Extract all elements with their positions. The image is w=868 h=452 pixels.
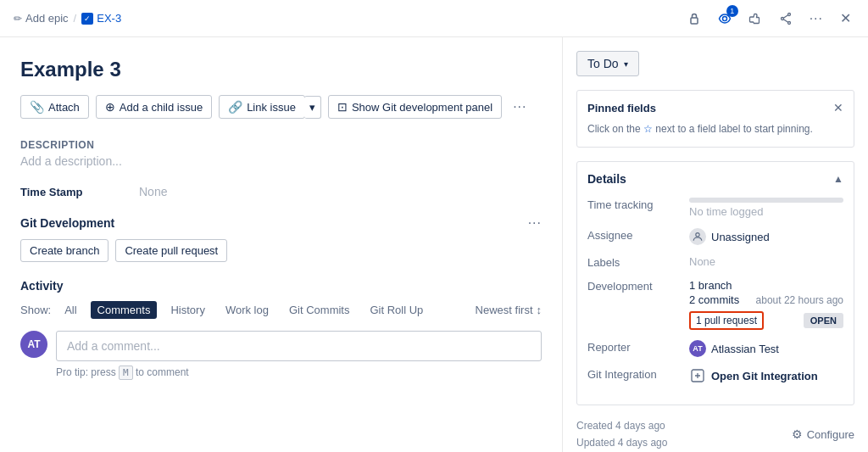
comment-input[interactable]: Add a comment... [56, 331, 542, 361]
user-icon [692, 231, 704, 243]
svg-point-2 [787, 13, 790, 15]
pull-request-open-button[interactable]: OPEN [804, 313, 843, 328]
pin-icon: ☆ [643, 123, 653, 135]
create-pull-request-button[interactable]: Create pull request [115, 239, 227, 262]
labels-value[interactable]: None [689, 255, 843, 268]
breadcrumb-epic[interactable]: ✏ Add epic [14, 12, 69, 25]
pro-tip-text: Pro tip: press [56, 366, 116, 378]
thumbsup-button[interactable] [745, 8, 765, 29]
dev-time: about 22 hours ago [756, 294, 843, 306]
labels-label: Labels [587, 255, 689, 269]
gear-icon: ⚙ [792, 427, 803, 441]
updated-date: Updated 4 days ago [576, 434, 667, 451]
issue-type-icon [81, 13, 93, 25]
child-issue-icon: ⊕ [105, 100, 115, 114]
breadcrumb-separator: / [74, 12, 77, 25]
svg-line-5 [783, 14, 787, 18]
create-branch-button[interactable]: Create branch [20, 239, 108, 262]
time-tracking-label: Time tracking [587, 198, 689, 211]
filter-git-commits[interactable]: Git Commits [282, 301, 357, 319]
details-collapse-button[interactable]: ▲ [833, 173, 843, 185]
pro-tip: Pro tip: press M to comment [56, 366, 542, 378]
watch-count-badge: 1 [726, 5, 738, 17]
svg-rect-0 [691, 18, 698, 24]
svg-point-7 [696, 233, 699, 237]
watch-button[interactable]: 1 [715, 8, 735, 29]
right-footer: Created 4 days ago Updated 4 days ago ⚙ … [576, 417, 854, 452]
toolbar-dropdown-button[interactable]: ▾ [304, 96, 321, 119]
dev-commits-row: 2 commits about 22 hours ago [689, 293, 843, 306]
lock-icon [687, 12, 701, 25]
breadcrumb-issue-id[interactable]: EX-3 [81, 12, 121, 25]
show-label: Show: [20, 304, 51, 316]
share-button[interactable] [776, 8, 796, 29]
git-actions: Create branch Create pull request [20, 239, 542, 262]
attach-button[interactable]: 📎 Attach [20, 95, 89, 119]
link-issue-button[interactable]: 🔗 Link issue [219, 95, 305, 119]
svg-point-4 [781, 17, 783, 20]
dev-branch[interactable]: 1 branch [689, 279, 843, 292]
svg-point-1 [722, 16, 726, 20]
pinned-fields-title: Pinned fields [587, 102, 656, 114]
git-panel-label: Show Git development panel [352, 101, 492, 114]
child-issue-label: Add a child issue [120, 101, 203, 114]
ellipsis-icon: ··· [810, 11, 823, 26]
reporter-avatar: AT [689, 340, 706, 357]
activity-section: Activity Show: All Comments History Work… [20, 279, 542, 378]
show-git-panel-button[interactable]: ⊡ Show Git development panel [328, 95, 502, 119]
pull-request-badge[interactable]: 1 pull request [689, 311, 764, 330]
filter-worklog[interactable]: Work log [219, 301, 275, 319]
pencil-icon: ✏ [14, 13, 22, 25]
filter-history[interactable]: History [164, 301, 211, 319]
filter-all[interactable]: All [58, 301, 83, 319]
git-icon [690, 368, 705, 383]
git-integration-value-container: Open Git Integration [689, 367, 843, 384]
comment-placeholder: Add a comment... [67, 339, 160, 353]
reporter-label: Reporter [587, 340, 689, 354]
link-issue-label: Link issue [247, 101, 296, 114]
time-tracking-value: No time logged [689, 198, 843, 218]
git-development-section: Git Development ··· Create branch Create… [20, 215, 542, 262]
description-label: Description [20, 139, 542, 151]
filter-git-rollup[interactable]: Git Roll Up [363, 301, 430, 319]
toolbar: 📎 Attach ⊕ Add a child issue 🔗 Link issu… [20, 95, 542, 119]
right-panel: To Do ▾ Pinned fields ✕ Click on the ☆ n… [563, 37, 868, 452]
dev-commits[interactable]: 2 commits [689, 293, 739, 306]
development-value: 1 branch 2 commits about 22 hours ago 1 … [689, 279, 843, 330]
git-development-title: Git Development [20, 216, 114, 230]
configure-button[interactable]: ⚙ Configure [792, 427, 854, 441]
activity-title: Activity [20, 279, 542, 293]
close-button[interactable]: ✕ [837, 7, 854, 30]
status-button[interactable]: To Do ▾ [576, 51, 639, 76]
development-label: Development [587, 279, 689, 293]
current-user-avatar: AT [20, 331, 47, 358]
assignee-label: Assignee [587, 228, 689, 242]
assignee-value[interactable]: Unassigned [711, 231, 770, 243]
close-icon: ✕ [840, 10, 851, 26]
pull-request-row: 1 pull request OPEN [689, 311, 843, 330]
timestamp-value[interactable]: None [139, 185, 167, 198]
lock-button[interactable] [684, 8, 704, 29]
pinned-close-button[interactable]: ✕ [833, 101, 843, 114]
time-tracking-row: Time tracking No time logged [587, 198, 843, 218]
sort-icon: ↕ [537, 304, 542, 316]
git-more-button[interactable]: ··· [528, 215, 542, 231]
filter-comments[interactable]: Comments [91, 301, 158, 319]
details-section: Details ▲ Time tracking No time logged A… [576, 161, 854, 405]
issue-id-label: EX-3 [97, 12, 121, 25]
labels-row: Labels None [587, 255, 843, 269]
status-chevron-icon: ▾ [624, 59, 628, 69]
git-integration-link[interactable]: Open Git Integration [711, 370, 818, 382]
git-panel-icon: ⊡ [337, 100, 348, 114]
more-options-button[interactable]: ··· [806, 8, 826, 30]
created-date: Created 4 days ago [576, 417, 667, 434]
details-title: Details [587, 172, 626, 186]
toolbar-more-button[interactable]: ··· [509, 95, 531, 119]
description-placeholder[interactable]: Add a description... [20, 154, 542, 168]
time-tracking-text: No time logged [689, 205, 763, 218]
sort-button[interactable]: Newest first ↕ [476, 304, 542, 316]
show-bar: Show: All Comments History Work log Git … [20, 301, 542, 319]
add-child-issue-button[interactable]: ⊕ Add a child issue [96, 95, 212, 119]
thumbsup-icon [748, 12, 762, 25]
pinned-fields-description: Click on the ☆ next to a field label to … [587, 121, 843, 137]
